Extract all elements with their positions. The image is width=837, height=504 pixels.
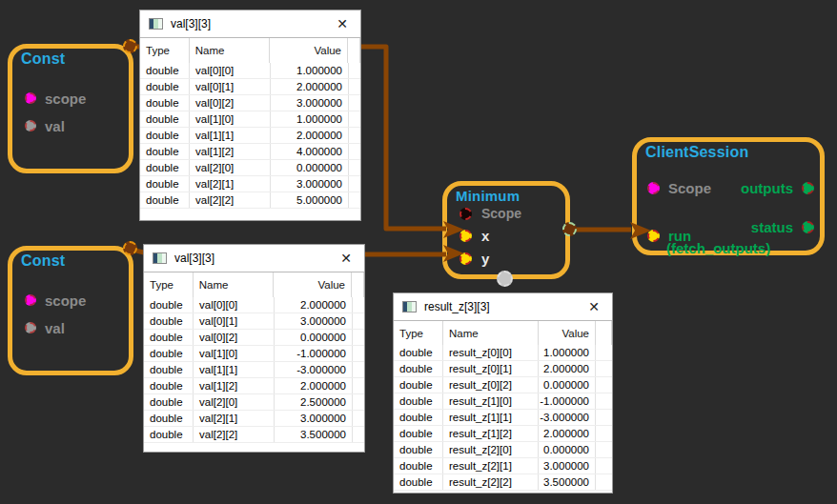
const-node-2[interactable]: Const scope val [8,246,133,375]
minimum-z-output-port[interactable] [497,271,513,287]
table-cell: 1.000000 [271,63,349,78]
const-node-1[interactable]: Const scope val [8,44,133,173]
val-port-icon[interactable] [25,322,36,333]
client-session-node[interactable]: ClientSession Scope outputs status run (… [632,137,825,255]
table-row[interactable]: doubleval[1][1]-3.000000 [144,362,364,378]
table-row[interactable]: doubleresult_z[2][2]3.500000 [394,474,612,491]
table-row[interactable]: doubleval[0][0]1.000000 [140,63,360,79]
run-port-icon[interactable] [647,230,660,242]
port-scope[interactable]: scope [25,292,86,309]
table-cell-spacer [596,410,612,425]
table-row[interactable]: doubleval[0][0]2.000000 [144,297,364,313]
table-cell: 3.500000 [539,474,596,490]
table-cell: result_z[2][0] [443,442,539,457]
table-cell: 2.000000 [271,79,349,94]
node-title: Const [21,50,65,68]
window-titlebar[interactable]: val[3][3] ✕ [144,245,364,272]
scope-port-icon[interactable] [459,208,472,220]
port-val[interactable]: val [25,319,65,336]
column-header[interactable]: Value [539,321,596,345]
minimum-output-port[interactable] [562,222,577,236]
port-outputs[interactable]: outputs [741,179,814,196]
value-table-window-2[interactable]: val[3][3] ✕ Type Name Value doubleval[0]… [143,244,365,453]
column-header[interactable]: Name [190,38,271,63]
node-title: ClientSession [645,144,748,161]
table-row[interactable]: doubleval[2][0]0.000000 [140,160,360,176]
table-row[interactable]: doubleresult_z[1][1]-3.000000 [394,410,612,426]
table-row[interactable]: doubleval[1][2]4.000000 [140,144,360,160]
table-row[interactable]: doubleresult_z[2][0]0.000000 [394,442,612,458]
table-cell: val[0][1] [190,79,271,94]
column-header[interactable]: Value [270,38,348,63]
port-scope[interactable]: Scope [459,205,521,222]
column-header[interactable]: Name [443,321,539,345]
table-cell: double [394,410,443,425]
port-y[interactable]: y [459,250,489,267]
column-header[interactable]: Type [144,272,194,297]
column-header[interactable]: Type [140,38,190,63]
column-header-spacer [352,272,364,297]
port-x[interactable]: x [459,227,489,244]
table-cell: val[2][1] [194,411,275,426]
table-row[interactable]: doubleval[0][1]3.000000 [144,313,364,330]
run-port-sublabel: (fetch_outputs) [666,240,770,256]
table-row[interactable]: doubleval[2][2]5.000000 [140,192,360,209]
window-titlebar[interactable]: val[3][3] ✕ [140,10,360,38]
table-cell: double [394,361,443,376]
outputs-port-icon[interactable] [802,182,814,194]
table-row[interactable]: doubleval[2][0]2.500000 [144,394,364,411]
table-cell: result_z[2][1] [443,458,539,474]
table-cell: 2.000000 [275,297,353,312]
column-header[interactable]: Type [394,321,443,345]
const1-output-port[interactable] [123,39,137,53]
table-row[interactable]: doubleval[1][2]2.000000 [144,378,364,394]
table-cell: 1.000000 [539,345,596,360]
column-header[interactable]: Name [194,272,275,297]
table-row[interactable]: doubleval[0][2]0.000000 [144,330,364,346]
table-cell: val[2][1] [190,176,271,192]
close-icon[interactable]: ✕ [584,298,603,315]
x-port-icon[interactable] [459,230,472,242]
const2-output-port[interactable] [123,241,137,255]
table-header: Type Name Value [394,321,612,345]
port-status[interactable]: status [751,218,814,235]
table-row[interactable]: doubleresult_z[0][0]1.000000 [394,345,612,361]
port-val[interactable]: val [25,117,65,134]
table-row[interactable]: doubleresult_z[2][1]3.000000 [394,458,612,474]
table-cell: val[2][0] [190,160,271,175]
table-cell: double [394,442,443,457]
scope-port-icon[interactable] [25,92,36,104]
table-row[interactable]: doubleval[0][1]2.000000 [140,79,360,95]
table-row[interactable]: doubleval[1][0]-1.000000 [144,346,364,362]
scope-port-icon[interactable] [647,182,660,194]
table-cell: double [140,176,190,192]
table-cell: double [144,346,194,361]
table-row[interactable]: doubleval[0][2]3.000000 [140,95,360,111]
table-cell-spacer [349,111,360,127]
table-row[interactable]: doubleval[1][0]1.000000 [140,111,360,128]
table-cell: double [140,160,190,175]
scope-port-icon[interactable] [25,294,36,306]
y-port-icon[interactable] [459,252,472,265]
column-header[interactable]: Value [274,272,352,297]
table-row[interactable]: doubleresult_z[0][1]2.000000 [394,361,612,377]
status-port-icon[interactable] [802,221,814,233]
table-cell: val[2][2] [190,192,271,208]
table-row[interactable]: doubleval[2][2]3.500000 [144,427,364,443]
table-row[interactable]: doubleval[2][1]3.000000 [144,411,364,427]
table-cell-spacer [353,427,364,442]
table-row[interactable]: doubleval[2][1]3.000000 [140,176,360,192]
minimum-node[interactable]: Minimum Scope x y [442,181,570,279]
table-row[interactable]: doubleresult_z[1][0]-1.000000 [394,393,612,410]
window-titlebar[interactable]: result_z[3][3] ✕ [394,293,612,321]
close-icon[interactable]: ✕ [333,15,352,32]
value-table-window-1[interactable]: val[3][3] ✕ Type Name Value doubleval[0]… [139,10,361,221]
close-icon[interactable]: ✕ [337,250,356,267]
result-table-window[interactable]: result_z[3][3] ✕ Type Name Value doubler… [393,292,613,494]
table-row[interactable]: doubleresult_z[0][2]0.000000 [394,377,612,393]
val-port-icon[interactable] [25,120,36,131]
port-scope[interactable]: scope [25,90,86,107]
port-scope[interactable]: Scope [647,179,711,196]
table-row[interactable]: doubleresult_z[1][2]2.000000 [394,426,612,442]
table-row[interactable]: doubleval[1][1]2.000000 [140,128,360,144]
